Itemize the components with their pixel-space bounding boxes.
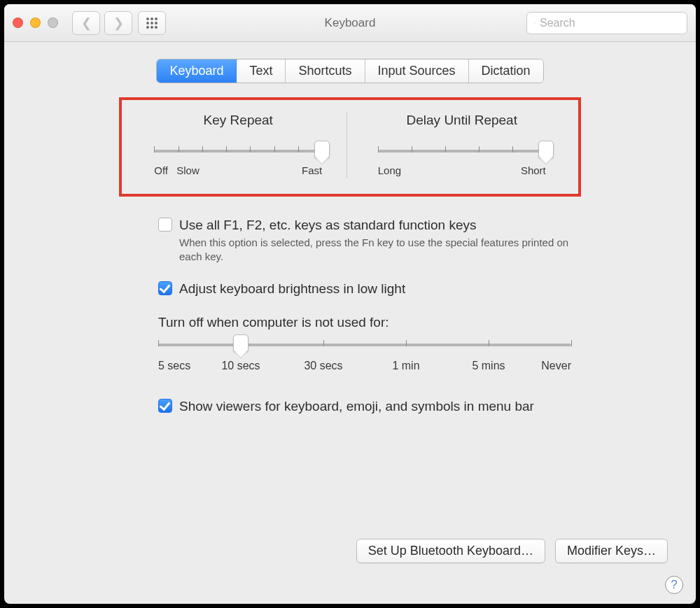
content-area: Key Repeat Off — [4, 83, 696, 604]
backlight-label-4: 5 mins — [472, 360, 505, 372]
delay-label-short: Short — [521, 164, 546, 176]
help-button[interactable]: ? — [665, 576, 683, 594]
tab-keyboard[interactable]: Keyboard — [157, 59, 237, 83]
tab-dictation[interactable]: Dictation — [469, 59, 543, 83]
delay-until-repeat-slider[interactable] — [378, 143, 546, 159]
svg-point-0 — [146, 17, 149, 20]
key-repeat-title: Key Repeat — [204, 113, 273, 128]
key-repeat-slider[interactable] — [154, 143, 322, 159]
backlight-off-labels: 5 secs 10 secs 30 secs 1 min 5 mins Neve… — [158, 360, 571, 375]
backlight-label-0: 5 secs — [158, 360, 190, 372]
tab-segmented-control: Keyboard Text Shortcuts Input Sources Di… — [156, 59, 543, 83]
delay-label-long: Long — [378, 164, 401, 176]
backlight-off-thumb[interactable] — [233, 334, 248, 353]
fn-keys-row: Use all F1, F2, etc. keys as standard fu… — [158, 218, 606, 233]
key-repeat-label-fast: Fast — [302, 164, 322, 176]
footer-buttons: Set Up Bluetooth Keyboard… Modifier Keys… — [356, 539, 668, 563]
nav-group: ❮ ❯ — [72, 11, 132, 35]
search-field[interactable] — [526, 12, 687, 34]
tab-input-sources[interactable]: Input Sources — [365, 59, 469, 83]
svg-point-3 — [146, 22, 149, 24]
search-icon — [534, 17, 536, 28]
titlebar: ❮ ❯ Keyboard — [4, 4, 696, 42]
svg-point-8 — [155, 26, 158, 29]
window-controls — [13, 17, 58, 28]
svg-point-2 — [155, 17, 158, 20]
auto-brightness-checkbox[interactable] — [158, 281, 172, 295]
svg-point-1 — [150, 17, 153, 20]
chevron-left-icon: ❮ — [81, 15, 92, 31]
delay-until-repeat-title: Delay Until Repeat — [407, 113, 517, 128]
tab-text[interactable]: Text — [237, 59, 286, 83]
back-button[interactable]: ❮ — [72, 11, 100, 35]
modifier-keys-button[interactable]: Modifier Keys… — [555, 539, 668, 563]
show-viewers-label: Show viewers for keyboard, emoji, and sy… — [179, 399, 534, 414]
key-repeat-thumb[interactable] — [314, 141, 330, 159]
close-button[interactable] — [13, 17, 23, 28]
auto-brightness-row: Adjust keyboard brightness in low light — [158, 281, 606, 297]
fn-keys-label: Use all F1, F2, etc. keys as standard fu… — [179, 218, 477, 233]
svg-point-7 — [150, 26, 153, 29]
delay-until-repeat-thumb[interactable] — [538, 141, 554, 159]
setup-bluetooth-keyboard-button[interactable]: Set Up Bluetooth Keyboard… — [356, 539, 545, 563]
svg-point-6 — [146, 26, 149, 29]
backlight-label-3: 1 min — [392, 360, 419, 372]
backlight-label-2: 30 secs — [304, 360, 342, 372]
forward-button[interactable]: ❯ — [104, 11, 132, 35]
search-input[interactable] — [540, 17, 680, 29]
show-viewers-row: Show viewers for keyboard, emoji, and sy… — [158, 399, 606, 414]
help-icon: ? — [671, 578, 677, 592]
delay-until-repeat-panel: Delay Until Repeat Long Short — [346, 113, 564, 178]
zoom-button[interactable] — [48, 17, 58, 28]
key-repeat-label-slow: Slow — [176, 164, 200, 176]
backlight-label-5: Never — [541, 360, 571, 372]
svg-point-5 — [155, 22, 158, 24]
show-all-button[interactable] — [138, 11, 166, 35]
show-viewers-checkbox[interactable] — [158, 399, 172, 413]
fn-keys-description: When this option is selected, press the … — [179, 236, 571, 263]
backlight-off-slider[interactable] — [158, 337, 571, 353]
grid-icon — [146, 17, 158, 29]
tab-shortcuts[interactable]: Shortcuts — [286, 59, 365, 83]
key-repeat-labels: Off Slow Fast — [154, 164, 322, 178]
minimize-button[interactable] — [30, 17, 41, 28]
options-area: Use all F1, F2, etc. keys as standard fu… — [158, 218, 606, 414]
key-repeat-label-off: Off — [154, 164, 168, 176]
svg-point-4 — [150, 22, 153, 24]
fn-keys-checkbox[interactable] — [158, 218, 172, 232]
backlight-off-slider-wrap: 5 secs 10 secs 30 secs 1 min 5 mins Neve… — [158, 337, 606, 375]
key-repeat-panel: Key Repeat Off — [137, 113, 340, 178]
backlight-off-title: Turn off when computer is not used for: — [158, 315, 606, 330]
preferences-window: ❮ ❯ Keyboard — [4, 4, 696, 604]
repeat-sliders-highlight: Key Repeat Off — [119, 97, 581, 197]
auto-brightness-label: Adjust keyboard brightness in low light — [179, 281, 405, 297]
chevron-right-icon: ❯ — [113, 15, 124, 31]
delay-until-repeat-labels: Long Short — [378, 164, 546, 178]
tab-bar: Keyboard Text Shortcuts Input Sources Di… — [4, 59, 696, 83]
backlight-label-1: 10 secs — [221, 360, 260, 372]
